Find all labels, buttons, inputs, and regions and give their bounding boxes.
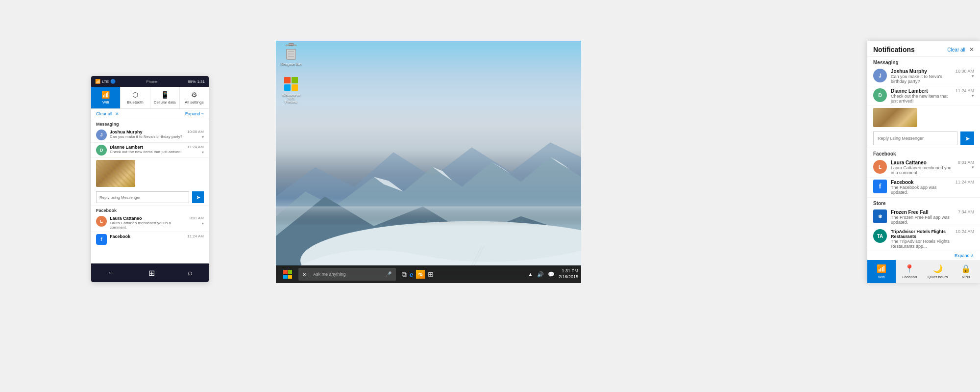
- phone-notif-laura[interactable]: L Laura Cattaneo Laura Cattaneo mentione…: [91, 214, 209, 232]
- np-text-laura: Laura Cattaneo mentioned you in a commen…: [891, 165, 954, 175]
- phone-panel: 📶 LTE 🔵 Phone 99% 1:31 📶 Wifi ⬡ Bluetoot…: [91, 76, 209, 282]
- phone-reply-row: ➤: [91, 189, 209, 206]
- phone-qa-cellular[interactable]: 📱 Cellular data: [150, 87, 180, 108]
- np-name-facebook: Facebook: [891, 180, 952, 185]
- phone-time-laura: 8:01 AM: [190, 216, 204, 220]
- desktop-background: Recycle Bin Welcome toTech Preview: [276, 41, 581, 283]
- phone-img-preview: [96, 160, 135, 187]
- np-text-dianne: Check out the new items that just arrive…: [891, 94, 952, 104]
- phone-avatar-joshua: J: [96, 130, 107, 140]
- np-name-tripadvisor: TripAdvisor Hotels Flights Restaurants: [891, 229, 952, 239]
- phone-qa-settings[interactable]: ⚙ All settings: [180, 87, 209, 108]
- phone-notif-joshua[interactable]: J Joshua Murphy Can you make it to Neva'…: [91, 128, 209, 143]
- np-qa-vpn-label: VPN: [962, 275, 970, 279]
- taskbar-search-input[interactable]: [309, 268, 383, 280]
- taskbar-clock[interactable]: 1:31 PM 2/16/2015: [559, 268, 578, 280]
- np-reply-input[interactable]: [873, 131, 957, 145]
- phone-facebook-section: Facebook: [91, 206, 209, 214]
- phone-time-facebook: 11:24 AM: [187, 234, 204, 238]
- np-close-button[interactable]: ✕: [969, 46, 974, 53]
- np-item-laura[interactable]: L Laura Cattaneo Laura Cattaneo mentione…: [867, 158, 980, 178]
- np-wifi-icon: 📶: [877, 264, 886, 273]
- np-text-frozen: The Frozen Free Fall app was updated.: [891, 215, 954, 225]
- np-item-joshua[interactable]: J Joshua Murphy Can you make it to Neva'…: [867, 67, 980, 86]
- np-qa-quiet[interactable]: 🌙 Quiet hours: [924, 260, 952, 283]
- metro-icon[interactable]: ⊞: [428, 270, 434, 278]
- np-item-tripadvisor[interactable]: TA TripAdvisor Hotels Flights Restaurant…: [867, 227, 980, 251]
- phone-name-laura: Laura Cattaneo: [110, 216, 187, 221]
- np-time-facebook: 11:24 AM: [956, 180, 974, 184]
- np-text-tripadvisor: The TripAdvisor Hotels Flights Restauran…: [891, 239, 952, 249]
- phone-expand[interactable]: Expand ~: [185, 111, 204, 116]
- search-bar[interactable]: ⊙ 🎤: [298, 268, 396, 281]
- store-icon[interactable]: 🛍: [416, 270, 425, 279]
- np-header: Notifications Clear all ✕: [867, 41, 980, 57]
- np-expand[interactable]: Expand ∧: [867, 251, 980, 260]
- phone-text-dianne: Check out the new items that just arrive…: [110, 150, 184, 154]
- phone-chevron-laura: ▾: [202, 221, 204, 226]
- np-facebook-section: Facebook: [867, 148, 980, 158]
- phone-status-bar: 📶 LTE 🔵 Phone 99% 1:31: [91, 76, 209, 87]
- welcome-label: Welcome toTech Preview: [281, 93, 301, 104]
- phone-send-button[interactable]: ➤: [192, 191, 204, 203]
- np-qa-wifi-label: Wifi: [878, 275, 884, 279]
- phone-name-facebook: Facebook: [110, 234, 184, 239]
- np-clear-all[interactable]: Clear all: [947, 47, 965, 52]
- taskbar-date-display: 2/16/2015: [559, 274, 578, 280]
- np-time-joshua: 10:08 AM: [956, 69, 974, 74]
- phone-qa-bluetooth-label: Bluetooth: [127, 100, 144, 105]
- np-store-section: Store: [867, 197, 980, 208]
- phone-time: 1:31: [197, 79, 205, 84]
- phone-search-button[interactable]: ⌕: [188, 268, 193, 277]
- mic-icon[interactable]: 🎤: [385, 271, 392, 278]
- cortana-icon: ⊙: [302, 271, 307, 278]
- recycle-bin-icon[interactable]: Recycle Bin: [281, 45, 301, 66]
- taskbar: ⊙ 🎤 ⧉ e 🛍 ⊞ ▲ 🔊 💬 1:31 PM 2/16/2015: [276, 265, 581, 283]
- np-item-dianne[interactable]: D Dianne Lambert Check out the new items…: [867, 86, 980, 106]
- phone-qa-wifi[interactable]: 📶 Wifi: [91, 87, 121, 108]
- np-item-frozen[interactable]: ❄ Frozen Free Fall The Frozen Free Fall …: [867, 208, 980, 227]
- np-chevron-laura: ▾: [972, 165, 974, 170]
- phone-name-joshua: Joshua Murphy: [110, 130, 184, 134]
- taskbar-time-display: 1:31 PM: [559, 268, 578, 274]
- settings-icon: ⚙: [191, 91, 197, 99]
- phone-clear-all[interactable]: Clear all: [96, 111, 112, 116]
- np-time-tripadvisor: 10:24 AM: [956, 229, 974, 234]
- notification-icon[interactable]: 💬: [548, 271, 555, 278]
- recyclebin-image: [284, 45, 298, 60]
- phone-back-button[interactable]: ←: [108, 268, 116, 277]
- phone-notif-facebook[interactable]: f Facebook 11:24 AM: [91, 232, 209, 247]
- phone-name-dianne: Dianne Lambert: [110, 145, 184, 150]
- np-time-laura: 8:01 AM: [958, 160, 974, 165]
- phone-notif-dianne[interactable]: D Dianne Lambert Check out the new items…: [91, 143, 209, 158]
- np-time-dianne: 11:24 AM: [956, 88, 974, 93]
- windows-logo: [284, 77, 298, 91]
- taskview-icon[interactable]: ⧉: [402, 270, 407, 279]
- system-tray-icon[interactable]: ▲: [528, 271, 533, 277]
- start-button[interactable]: [279, 265, 296, 283]
- phone-avatar-laura: L: [96, 216, 107, 227]
- ie-icon[interactable]: e: [410, 271, 413, 278]
- windows-welcome-icon[interactable]: Welcome toTech Preview: [281, 76, 301, 104]
- np-qa-location[interactable]: 📍 Location: [896, 260, 924, 283]
- desktop-icons: Recycle Bin Welcome toTech Preview: [281, 45, 301, 104]
- phone-avatar-dianne: D: [96, 145, 107, 156]
- np-img-preview: [873, 108, 917, 127]
- phone-qa-cellular-label: Cellular data: [154, 100, 176, 105]
- np-qa-vpn[interactable]: 🔒 VPN: [952, 260, 980, 283]
- np-avatar-dianne: D: [873, 88, 887, 102]
- phone-qa-wifi-label: Wifi: [102, 100, 109, 105]
- np-quick-actions: 📶 Wifi 📍 Location 🌙 Quiet hours 🔒 VPN: [867, 260, 980, 283]
- volume-icon[interactable]: 🔊: [537, 271, 544, 278]
- np-qa-wifi[interactable]: 📶 Wifi: [867, 260, 896, 283]
- np-qa-location-label: Location: [902, 275, 917, 279]
- phone-reply-input[interactable]: [96, 191, 189, 203]
- phone-qa-bluetooth[interactable]: ⬡ Bluetooth: [121, 87, 150, 108]
- np-item-facebook-app[interactable]: f Facebook The Facebook app was updated.…: [867, 178, 980, 197]
- bluetooth-icon: 🔵: [110, 79, 116, 84]
- desktop: Recycle Bin Welcome toTech Preview: [276, 41, 581, 283]
- np-text-facebook: The Facebook app was updated.: [891, 185, 952, 195]
- phone-clear-all-x[interactable]: ✕: [115, 111, 119, 116]
- phone-home-button[interactable]: ⊞: [148, 268, 155, 278]
- np-send-button[interactable]: ➤: [960, 131, 974, 145]
